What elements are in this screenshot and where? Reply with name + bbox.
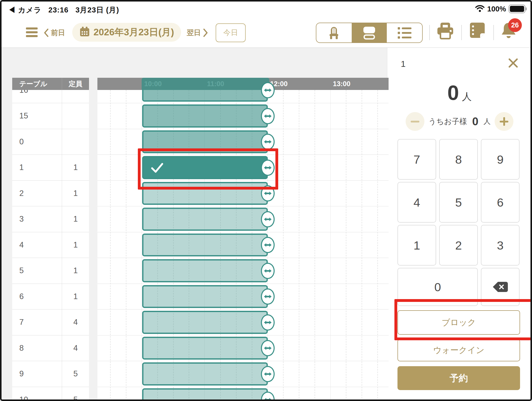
table-number: 15: [12, 103, 62, 129]
numpad-key-4[interactable]: 4: [397, 182, 436, 223]
memo-button[interactable]: [469, 22, 485, 41]
next-day-label: 翌日: [187, 28, 201, 38]
col-header-table: テーブル: [12, 78, 62, 90]
table-number: 5: [12, 258, 62, 284]
current-date-label: 2026年3月23日(月): [94, 26, 174, 39]
time-block[interactable]: [142, 208, 268, 231]
table-number: 9: [12, 361, 62, 387]
resize-handle-icon[interactable]: [261, 288, 275, 305]
date-picker[interactable]: 2026年3月23日(月): [72, 23, 181, 42]
table-capacity: 1: [62, 155, 89, 180]
print-button[interactable]: [437, 22, 454, 41]
table-row: 51: [12, 258, 89, 284]
toolbar-separator: [493, 25, 494, 40]
timeline-row[interactable]: [97, 361, 389, 387]
table-number: 0: [12, 129, 62, 155]
status-right: 100%: [475, 5, 525, 13]
resize-handle-icon[interactable]: [261, 366, 275, 382]
table-number: 8: [12, 335, 62, 361]
annotation-rect-block-button: [394, 299, 532, 340]
resize-handle-icon[interactable]: [261, 82, 275, 98]
walkin-button[interactable]: ウォークイン: [397, 339, 520, 361]
time-block[interactable]: [142, 337, 268, 360]
table-capacity: 1: [62, 181, 89, 206]
table-capacity: [62, 129, 89, 155]
timeline-row[interactable]: [97, 310, 389, 335]
tables-list: 16150112131415161748495105 テーブル 定員: [12, 78, 89, 401]
toolbar: 前日 2026年3月23日(月) 翌日: [2, 16, 530, 48]
resize-handle-icon[interactable]: [261, 211, 275, 227]
table-row: 95: [12, 361, 89, 387]
numpad-key-8[interactable]: 8: [439, 139, 478, 180]
resize-handle-icon[interactable]: [261, 340, 275, 356]
prev-day-button[interactable]: 前日: [44, 28, 65, 38]
table-capacity: 4: [62, 335, 89, 361]
tab-list-view[interactable]: [387, 23, 422, 42]
reserve-button[interactable]: 予約: [397, 366, 520, 390]
time-block[interactable]: [142, 388, 268, 401]
resize-handle-icon[interactable]: [261, 263, 275, 279]
annotation-rect-selected-block: [138, 148, 278, 190]
resize-handle-icon[interactable]: [261, 237, 275, 253]
timeline-row[interactable]: [97, 387, 389, 401]
table-capacity: [62, 103, 89, 129]
table-number: 10: [12, 387, 62, 401]
time-block[interactable]: [142, 285, 268, 308]
timeline-row[interactable]: [97, 284, 389, 310]
time-block[interactable]: [142, 234, 268, 257]
time-block[interactable]: [142, 362, 268, 385]
close-icon[interactable]: [508, 57, 519, 69]
selected-time-range-overlay[interactable]: [142, 78, 269, 90]
notifications-button[interactable]: 26: [500, 22, 517, 42]
toolbar-separator: [429, 25, 430, 40]
party-size-display: 0 人: [387, 81, 532, 105]
back-to-camera-indicator[interactable]: ◀ カメラ: [8, 6, 41, 14]
timeline-row[interactable]: [97, 103, 389, 129]
timeline-row[interactable]: [97, 258, 389, 284]
time-label: 13:00: [333, 80, 350, 88]
children-stepper: うちお子様 0 人: [387, 112, 532, 131]
toolbar-separator: [461, 25, 462, 40]
col-header-capacity: 定員: [62, 78, 89, 90]
status-date: 3月23日 (月): [76, 6, 119, 14]
party-size-unit: 人: [462, 90, 472, 103]
children-label: うちお子様: [428, 116, 467, 127]
numpad-key-3[interactable]: 3: [481, 225, 520, 266]
menu-icon[interactable]: [26, 27, 38, 39]
chair-icon: [327, 25, 341, 40]
timeline-view-icon: [363, 26, 376, 40]
resize-handle-icon[interactable]: [261, 134, 275, 150]
numpad-key-6[interactable]: 6: [481, 182, 520, 223]
time-block[interactable]: [142, 259, 268, 282]
numpad-key-5[interactable]: 5: [439, 182, 478, 223]
time-block[interactable]: [142, 104, 268, 128]
table-capacity: 1: [62, 206, 89, 232]
status-left: ◀ カメラ 23:16 3月23日 (月): [8, 5, 119, 15]
timeline-row[interactable]: [97, 335, 389, 361]
table-row: 0: [12, 129, 89, 155]
resize-handle-icon[interactable]: [261, 108, 275, 124]
numpad-key-9[interactable]: 9: [481, 139, 520, 180]
view-mode-segmented-control: [316, 23, 423, 43]
numpad-key-1[interactable]: 1: [397, 225, 436, 266]
numpad-key-7[interactable]: 7: [397, 139, 436, 180]
today-button[interactable]: 今日: [216, 23, 246, 42]
children-minus-button[interactable]: [406, 112, 424, 131]
next-day-button[interactable]: 翌日: [187, 28, 208, 38]
timeline-row[interactable]: [97, 232, 389, 258]
table-capacity: 1: [62, 232, 89, 258]
timeline-row[interactable]: [97, 206, 389, 232]
tab-timeline-view[interactable]: [352, 23, 387, 42]
battery-percent: 100%: [487, 5, 506, 13]
app-screen: ◀ カメラ 23:16 3月23日 (月) 100% 前日: [0, 0, 532, 401]
time-block[interactable]: [142, 311, 268, 334]
numpad-key-2[interactable]: 2: [439, 225, 478, 266]
prev-day-label: 前日: [51, 28, 65, 38]
today-label: 今日: [223, 28, 238, 38]
children-plus-button[interactable]: [495, 112, 513, 131]
tab-chair-view[interactable]: [316, 23, 352, 42]
table-row: 84: [12, 335, 89, 361]
resize-handle-icon[interactable]: [261, 314, 275, 331]
wifi-icon: [475, 5, 485, 13]
table-capacity: 4: [62, 310, 89, 335]
